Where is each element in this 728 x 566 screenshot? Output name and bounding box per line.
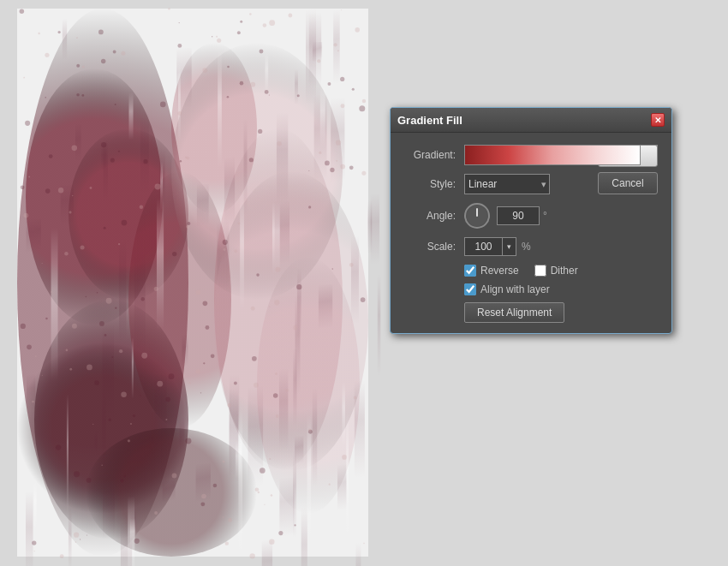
dither-checkbox[interactable] — [534, 265, 546, 277]
gradient-label: Gradient: — [404, 149, 456, 161]
angle-unit: ° — [543, 210, 547, 222]
angle-dial[interactable] — [464, 203, 490, 229]
angle-input[interactable] — [497, 206, 540, 225]
align-label[interactable]: Align with layer — [480, 283, 550, 295]
cancel-button[interactable]: Cancel — [598, 172, 658, 194]
scale-unit: % — [522, 241, 531, 253]
gradient-preview[interactable] — [464, 145, 641, 165]
close-button[interactable]: ✕ — [651, 113, 665, 127]
gradient-fill-dialog: Gradient Fill ✕ OK Cancel Gradient: ▾ St… — [390, 107, 672, 334]
dither-checkbox-item: Dither — [534, 265, 578, 277]
scale-label: Scale: — [404, 241, 456, 253]
dialog-title: Gradient Fill — [397, 114, 462, 127]
angle-row: Angle: ° — [404, 203, 658, 229]
angle-section: ° — [464, 203, 547, 229]
reverse-label[interactable]: Reverse — [480, 265, 519, 277]
align-row: Align with layer — [464, 283, 658, 295]
dialog-titlebar: Gradient Fill ✕ — [391, 108, 671, 133]
align-checkbox-item: Align with layer — [464, 283, 550, 295]
reset-alignment-button[interactable]: Reset Alignment — [464, 302, 564, 323]
style-select-wrapper: Linear Radial Angle Reflected Diamond — [464, 174, 550, 194]
scale-dropdown-button[interactable]: ▾ — [503, 237, 516, 256]
gradient-row: Gradient: ▾ — [404, 145, 658, 165]
angle-label: Angle: — [404, 210, 456, 222]
reverse-checkbox-item: Reverse — [464, 265, 519, 277]
scale-input[interactable] — [464, 237, 503, 256]
scale-section: ▾ % — [464, 237, 531, 256]
scale-row: Scale: ▾ % — [404, 237, 658, 256]
reverse-checkbox[interactable] — [464, 265, 476, 277]
reverse-dither-row: Reverse Dither — [464, 265, 658, 277]
style-select[interactable]: Linear Radial Angle Reflected Diamond — [464, 174, 550, 194]
style-label: Style: — [404, 178, 456, 190]
align-checkbox[interactable] — [464, 283, 476, 295]
dither-label[interactable]: Dither — [551, 265, 578, 277]
